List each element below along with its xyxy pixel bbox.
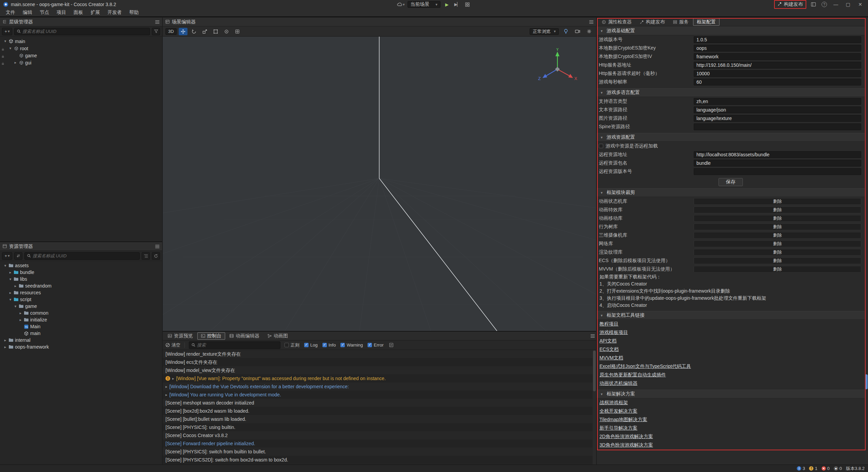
add-asset-button[interactable]: +▾ — [2, 252, 12, 260]
text-input[interactable]: 1.0.5 — [694, 36, 861, 43]
axis-gizmo[interactable]: Y X Z — [536, 48, 578, 86]
log-row[interactable]: [Scene] [PHYSICS]: using builtin. — [163, 423, 596, 431]
tab-console[interactable]: 控制台 — [197, 332, 225, 340]
text-input[interactable]: 60 — [694, 79, 861, 85]
chevron-down-icon[interactable]: ▾ — [8, 297, 13, 302]
section-header[interactable]: ▾框架解决方案 — [597, 390, 865, 398]
asset-node[interactable]: ▾game — [0, 303, 162, 310]
layout-grid-icon[interactable] — [463, 1, 471, 8]
text-input[interactable]: bundle — [694, 160, 861, 166]
camera-icon[interactable] — [573, 28, 582, 35]
scene-menu-icon[interactable] — [589, 20, 593, 24]
scene-viewport[interactable]: Y X Z — [163, 37, 596, 331]
chevron-right-icon[interactable]: ▸ — [8, 291, 13, 295]
chevron-right-icon[interactable]: ▸ — [8, 270, 13, 275]
tab-preview[interactable]: 资源预览 — [164, 332, 197, 340]
delete-module-button[interactable]: 删除 — [694, 240, 861, 247]
asset-node[interactable]: ▸seedrandom — [0, 282, 162, 289]
hierarchy-search-input[interactable] — [22, 29, 147, 34]
error-badge[interactable]: ✕0 — [822, 466, 830, 471]
text-input[interactable]: language/texture — [694, 115, 861, 122]
log-row[interactable]: [Scene] [PHYSICS2D]: switch from box2d-w… — [163, 456, 596, 464]
assets-sort-icon[interactable] — [14, 252, 22, 260]
filter-log[interactable]: Log — [304, 342, 318, 348]
asset-node[interactable]: ▸bundle — [0, 269, 162, 276]
filter-info[interactable]: Info — [322, 342, 336, 348]
console-menu-icon[interactable] — [591, 334, 595, 338]
help-icon[interactable]: ? — [821, 1, 828, 8]
info-badge[interactable]: i3 — [797, 466, 805, 471]
text-input[interactable] — [694, 123, 861, 130]
message-badge[interactable]: ●0 — [834, 466, 842, 471]
warning-badge[interactable]: !1 — [809, 466, 817, 471]
chevron-right-icon[interactable]: ▸ — [18, 318, 23, 322]
asset-node[interactable]: ▸initialize — [0, 316, 162, 323]
gear-icon[interactable] — [585, 28, 593, 35]
rect-tool-icon[interactable] — [211, 28, 220, 35]
text-input[interactable]: language/json — [694, 106, 861, 113]
pivot-tool-icon[interactable] — [222, 28, 231, 35]
launch-scene-select[interactable]: 当前场景▾ — [408, 1, 441, 8]
section-header[interactable]: ▾游戏资源配置 — [597, 133, 865, 142]
menu-item-6[interactable]: 开发者 — [104, 9, 125, 16]
log-row[interactable]: [Scene] Cocos Creator v3.8.2 — [163, 431, 596, 439]
framework-link[interactable]: MVVM文档 — [599, 354, 623, 362]
framework-link[interactable]: 3D角色扮演游戏解决方案 — [599, 441, 653, 449]
chevron-down-icon[interactable]: ▾ — [13, 304, 18, 309]
scene-mode-toggle[interactable]: 3D — [165, 28, 177, 35]
log-row[interactable]: [Scene] [bullet]:bullet wasm lib loaded. — [163, 415, 596, 423]
filter-error[interactable]: Error — [368, 342, 383, 348]
framework-link[interactable]: 原生包热更新配置自动生成插件 — [599, 371, 666, 379]
filter-warning[interactable]: Warning — [340, 342, 363, 348]
assets-search-input[interactable] — [33, 253, 137, 258]
asset-node[interactable]: ▸oops-framework — [0, 343, 162, 350]
text-input[interactable]: oops — [694, 45, 861, 52]
move-tool-icon[interactable] — [179, 28, 188, 35]
console-search[interactable] — [189, 341, 280, 349]
checkbox-warning[interactable] — [340, 343, 345, 347]
assets-collapse-icon[interactable] — [142, 252, 150, 260]
delete-module-button[interactable]: 删除 — [694, 215, 861, 222]
lock-icon[interactable] — [1, 46, 4, 52]
delete-module-button[interactable]: 删除 — [694, 266, 861, 273]
chevron-right-icon[interactable]: ▸ — [3, 338, 8, 342]
framework-link[interactable]: 2D角色扮演游戏解决方案 — [599, 432, 653, 441]
step-button[interactable]: ▶▏ — [453, 1, 461, 8]
chevron-right-icon[interactable]: ▸ — [18, 311, 23, 315]
assets-menu-icon[interactable] — [155, 245, 159, 248]
panel-layout-icon[interactable] — [810, 1, 817, 8]
delete-module-button[interactable]: 删除 — [694, 198, 861, 205]
checkbox-log[interactable] — [304, 343, 309, 347]
delete-module-button[interactable]: 删除 — [694, 223, 861, 230]
chevron-down-icon[interactable]: ▾ — [8, 277, 13, 281]
log-row[interactable]: [Scene] [PHYSICS]: switch from builtin t… — [163, 448, 596, 456]
clear-console-button[interactable]: 清空 — [165, 342, 180, 348]
menu-item-3[interactable]: 项目 — [53, 9, 70, 16]
chevron-down-icon[interactable]: ▾ — [3, 39, 8, 43]
console-search-input[interactable] — [197, 342, 278, 348]
tab-framework[interactable]: 框架配置 — [693, 18, 719, 26]
tab-inspector[interactable]: 属性检查器 — [598, 18, 635, 26]
asset-node[interactable]: ▾script — [0, 296, 162, 303]
console-scroll-thumb[interactable] — [593, 351, 596, 391]
hierarchy-node[interactable]: ▸gui — [0, 59, 162, 66]
menu-item-4[interactable]: 面板 — [70, 9, 87, 16]
framework-link[interactable]: API文档 — [599, 337, 617, 345]
light-toggle-icon[interactable] — [561, 28, 570, 35]
delete-module-button[interactable]: 删除 — [694, 232, 861, 239]
chevron-right-icon[interactable]: ▸ — [172, 374, 174, 382]
menu-item-1[interactable]: 编辑 — [19, 9, 36, 16]
framework-link[interactable]: Tiledmap地图解决方案 — [599, 415, 647, 424]
refresh-icon[interactable] — [152, 252, 160, 260]
text-input[interactable]: framework — [694, 53, 861, 60]
console-scrollbar[interactable] — [593, 350, 596, 465]
framework-link[interactable]: 新手引导解决方案 — [599, 424, 637, 432]
framework-link[interactable]: ECS文档 — [599, 345, 619, 354]
chevron-right-icon[interactable]: ▸ — [165, 391, 167, 399]
asset-node[interactable]: ▸common — [0, 310, 162, 316]
view-mode-select[interactable]: 正常浏览▾ — [530, 28, 559, 35]
delete-module-button[interactable]: 删除 — [694, 206, 861, 213]
rotate-tool-icon[interactable] — [190, 28, 198, 35]
log-row[interactable]: [Window] model_view文件夹存在 — [163, 366, 596, 374]
text-input[interactable]: 10000 — [694, 70, 861, 77]
